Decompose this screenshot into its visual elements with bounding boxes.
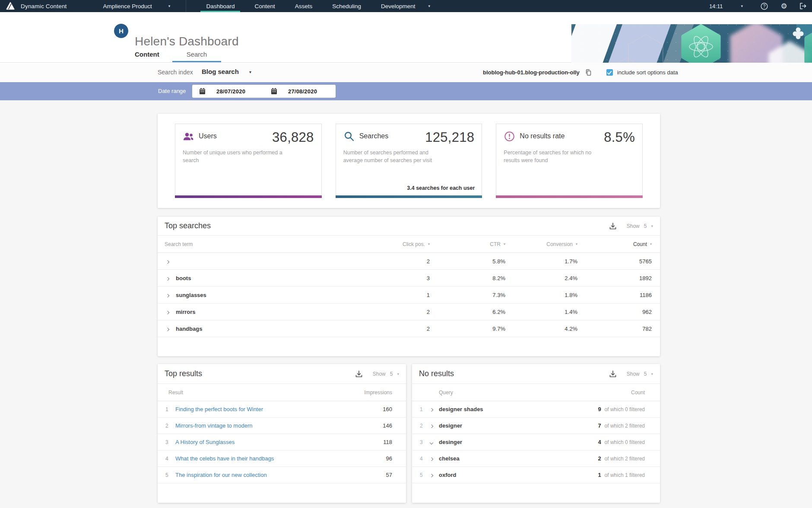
ctr-value: 8.2% [430, 275, 505, 281]
chevron-down-icon: ▾ [168, 4, 171, 8]
column-ctr[interactable]: CTR▾ [430, 241, 505, 247]
table-row[interactable]: handbags 2 9.7% 4.2% 782 [158, 320, 660, 337]
chevron-down-icon[interactable]: ▾ [249, 70, 251, 74]
count-value: 7 [598, 422, 601, 429]
conversion-value: 2.4% [505, 275, 577, 281]
column-count: Count [631, 390, 645, 396]
rank: 5 [420, 472, 428, 478]
click-pos-value: 2 [358, 326, 430, 332]
chevron-right-icon[interactable] [430, 408, 433, 412]
filtered-note: of which 0 filtered [605, 406, 645, 412]
column-conversion[interactable]: Conversion▾ [505, 241, 577, 247]
stat-description: Number of searches performed and average… [343, 149, 445, 164]
show-value[interactable]: 5 [390, 371, 393, 377]
help-icon[interactable]: ? [760, 2, 768, 10]
chevron-right-icon[interactable] [166, 277, 169, 280]
gear-icon[interactable]: ⚙ [780, 2, 788, 10]
column-click-pos[interactable]: Click pos.▾ [358, 241, 430, 247]
chevron-right-icon[interactable] [430, 474, 433, 477]
query-term: designer shades [439, 406, 598, 412]
table-row[interactable]: 2 5.8% 1.7% 5765 [158, 253, 660, 270]
query-term: chelsea [439, 455, 598, 462]
chevron-down-icon[interactable] [430, 441, 433, 444]
product-menu-label: Amplience Product [103, 3, 152, 10]
nav-item-content[interactable]: Content [254, 0, 275, 12]
chevron-right-icon[interactable] [430, 457, 433, 461]
chevron-down-icon[interactable]: ▾ [428, 4, 431, 8]
table-row[interactable]: 2 designer 7 of which 2 filtered [412, 418, 660, 434]
stat-accent-bar [175, 195, 322, 198]
table-row: 4 What the celebs have in their handbags… [158, 450, 406, 467]
impressions-value: 57 [386, 472, 392, 478]
table-row[interactable]: sunglasses 1 7.3% 1.8% 1186 [158, 287, 660, 304]
result-link[interactable]: The inspiration for our new collection [175, 472, 267, 478]
chevron-right-icon[interactable] [166, 310, 169, 314]
impressions-value: 96 [386, 455, 392, 462]
filtered-note: of which 0 filtered [605, 439, 645, 445]
chevron-down-icon[interactable]: ▾ [651, 224, 653, 228]
result-link[interactable]: Finding the perfect boots for Winter [175, 406, 263, 412]
count-value: 782 [577, 326, 652, 332]
column-count[interactable]: Count▾ [577, 241, 652, 247]
search-index-select[interactable]: Blog search [202, 68, 239, 75]
nav-item-assets[interactable]: Assets [295, 0, 313, 12]
conversion-value: 1.8% [505, 292, 577, 298]
table-row[interactable]: 1 designer shades 9 of which 0 filtered [412, 401, 660, 418]
app-title: Dynamic Content [21, 3, 67, 10]
date-to-value[interactable]: 27/08/2020 [288, 88, 317, 95]
table-row[interactable]: 4 chelsea 2 of which 2 filtered [412, 450, 660, 467]
stat-footnote: 3.4 searches for each user [407, 185, 475, 191]
query-term: desinger [439, 439, 598, 445]
show-value[interactable]: 5 [644, 223, 647, 229]
result-link[interactable]: A History of Sunglasses [175, 439, 235, 445]
clock-time: 14:11 [709, 3, 723, 10]
result-link[interactable]: Mirrors-from vintage to modern [175, 422, 252, 429]
count-value: 962 [577, 309, 652, 315]
table-row[interactable]: 5 oxford 1 of which 1 filtered [412, 467, 660, 483]
dashboard-header: H Helen's Dashboard Content Search [0, 12, 812, 63]
chevron-down-icon[interactable]: ▾ [741, 4, 743, 8]
table-row[interactable]: 3 desinger 4 of which 0 filtered [412, 434, 660, 450]
download-icon[interactable] [355, 370, 363, 378]
sort-options-checkbox[interactable] [606, 69, 613, 76]
chevron-right-icon[interactable] [166, 294, 169, 297]
column-search-term[interactable]: Search term [165, 241, 358, 247]
top-searches-panel: Top searches Show 5 ▾ Search term Click … [158, 217, 660, 356]
chevron-right-icon[interactable] [430, 425, 433, 428]
top-nav: Dynamic Content Amplience Product ▾ Dash… [0, 0, 812, 12]
search-term: sunglasses [176, 292, 358, 298]
download-icon[interactable] [609, 222, 617, 230]
table-row[interactable]: mirrors 2 6.2% 1.4% 962 [158, 304, 660, 320]
ctr-value: 5.8% [430, 258, 505, 265]
tab-content[interactable]: Content [128, 46, 166, 62]
stat-title: No results rate [520, 132, 565, 140]
product-menu[interactable]: Amplience Product ▾ [103, 3, 171, 10]
chevron-down-icon[interactable]: ▾ [397, 372, 399, 376]
copy-icon[interactable] [585, 69, 592, 76]
date-from-value[interactable]: 28/07/2020 [216, 88, 245, 95]
search-term: boots [176, 275, 358, 281]
index-id: bloblog-hub-01.blog-production-olly [483, 69, 580, 76]
date-from-field[interactable]: 28/07/2020 [192, 88, 264, 95]
chevron-right-icon[interactable] [166, 260, 169, 263]
conversion-value: 1.7% [505, 258, 577, 265]
logout-icon[interactable] [799, 2, 807, 10]
chevron-right-icon[interactable] [166, 327, 169, 331]
show-value[interactable]: 5 [644, 371, 647, 377]
amplience-logo-icon[interactable] [6, 1, 15, 11]
result-link[interactable]: What the celebs have in their handbags [175, 455, 274, 462]
nav-item-dashboard[interactable]: Dashboard [206, 0, 235, 12]
nav-item-scheduling[interactable]: Scheduling [332, 0, 361, 12]
ctr-value: 9.7% [430, 326, 505, 332]
download-icon[interactable] [609, 370, 617, 378]
sort-options-checkbox-label[interactable]: include sort options data [617, 69, 678, 76]
tab-search[interactable]: Search [172, 46, 222, 62]
click-pos-value: 1 [358, 292, 430, 298]
count-value: 1186 [577, 292, 652, 298]
date-to-field[interactable]: 27/08/2020 [264, 88, 336, 95]
stat-value: 8.5% [604, 131, 635, 145]
nav-item-development[interactable]: Development [381, 0, 416, 12]
chevron-down-icon[interactable]: ▾ [651, 372, 653, 376]
table-row[interactable]: boots 3 8.2% 2.4% 1892 [158, 270, 660, 287]
count-value: 5765 [577, 258, 652, 265]
